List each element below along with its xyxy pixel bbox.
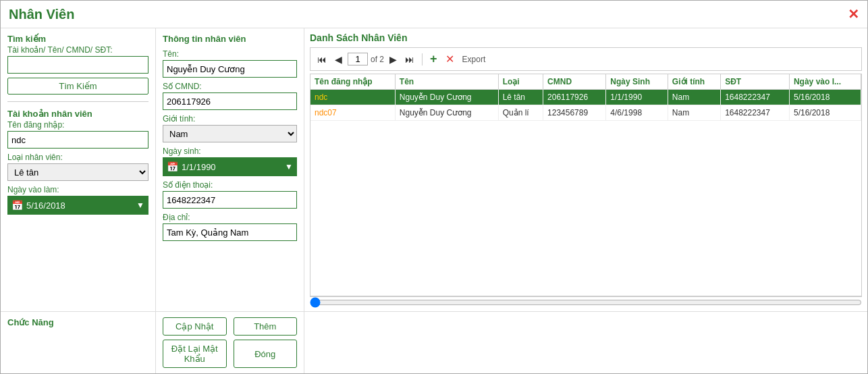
name-label: Tên: xyxy=(163,49,297,59)
dob-label: Ngày sinh: xyxy=(163,146,297,156)
employee-table: Tên đăng nhập Tên Loại CMND Ngày Sinh Gi… xyxy=(310,74,861,121)
table-cell: 123456789 xyxy=(543,105,606,121)
calendar-icon: 📅 xyxy=(11,200,23,211)
main-window: Nhân Viên ✕ Tìm kiếm Tài khoản/ Tên/ CMN… xyxy=(0,0,868,374)
table-cell: 4/6/1998 xyxy=(606,105,668,121)
table-cell: 5/16/2018 xyxy=(789,105,861,121)
toolbar-separator xyxy=(422,53,423,65)
col-header-username: Tên đăng nhập xyxy=(310,74,395,90)
horizontal-scrollbar[interactable] xyxy=(310,296,862,307)
dob-value: 1/1/1990 xyxy=(182,162,281,172)
col-header-type: Loại xyxy=(498,74,543,90)
table-cell: 1648222347 xyxy=(721,90,790,105)
last-page-button[interactable]: ⏭ xyxy=(402,53,417,66)
table-cell: Lê tân xyxy=(498,90,543,105)
chuc-nang-section: Chức Năng xyxy=(1,312,156,373)
dob-picker[interactable]: 📅 1/1/1990 ▼ xyxy=(163,157,297,176)
start-date-value: 5/16/2018 xyxy=(26,201,133,211)
table-cell: 5/16/2018 xyxy=(789,90,861,105)
table-header-row: Tên đăng nhập Tên Loại CMND Ngày Sinh Gi… xyxy=(310,74,861,90)
add-record-button[interactable]: + xyxy=(427,51,440,68)
first-page-button[interactable]: ⏮ xyxy=(315,53,329,66)
dob-calendar-icon: 📅 xyxy=(167,161,178,172)
cmnd-input[interactable] xyxy=(163,92,297,110)
employee-type-select[interactable]: Lê tân Quản lí xyxy=(7,163,148,181)
table-cell: ndc07 xyxy=(310,105,395,121)
cap-nhat-button[interactable]: Cập Nhật xyxy=(163,317,227,336)
username-input[interactable] xyxy=(7,131,148,149)
table-cell: Nguyễn Duy Cương xyxy=(395,90,498,105)
col-header-name: Tên xyxy=(395,74,498,90)
table-cell: Quản lí xyxy=(498,105,543,121)
window-title: Nhân Viên xyxy=(9,7,74,22)
delete-record-button[interactable]: ✕ xyxy=(443,51,457,67)
phone-label: Số điện thoại: xyxy=(163,180,297,190)
col-header-phone: SĐT xyxy=(721,74,790,90)
start-date-picker[interactable]: 📅 5/16/2018 ▼ xyxy=(7,196,148,215)
next-page-button[interactable]: ▶ xyxy=(387,53,400,66)
close-button[interactable]: ✕ xyxy=(848,6,859,22)
employee-table-wrapper: Tên đăng nhập Tên Loại CMND Ngày Sinh Gi… xyxy=(310,74,862,296)
btn-row-1: Cập Nhật Thêm xyxy=(163,317,297,336)
page-of-label: of 2 xyxy=(371,55,384,64)
dat-lai-button[interactable]: Đặt Lại Mật Khẩu xyxy=(163,340,227,368)
start-date-label: Ngày vào làm: xyxy=(7,185,148,194)
search-input[interactable] xyxy=(7,56,148,74)
bottom-bar: Chức Năng Cập Nhật Thêm Đặt Lại Mật Khẩu… xyxy=(1,311,867,373)
table-row[interactable]: ndcNguyễn Duy CươngLê tân2061179261/1/19… xyxy=(310,90,861,105)
phone-input[interactable] xyxy=(163,191,297,209)
username-label: Tên đăng nhập: xyxy=(7,120,148,130)
dong-button[interactable]: Đóng xyxy=(234,340,298,368)
search-button[interactable]: Tìm Kiếm xyxy=(7,78,148,95)
action-buttons-mid: Cập Nhật Thêm Đặt Lại Mật Khẩu Đóng xyxy=(156,312,304,373)
table-cell: 1648222347 xyxy=(721,105,790,121)
table-body: ndcNguyễn Duy CươngLê tân2061179261/1/19… xyxy=(310,90,861,121)
start-date-chevron-icon: ▼ xyxy=(136,201,144,210)
table-cell: ndc xyxy=(310,90,395,105)
dob-chevron-icon: ▼ xyxy=(285,162,293,171)
them-button[interactable]: Thêm xyxy=(234,317,298,336)
prev-page-button[interactable]: ◀ xyxy=(332,53,345,66)
col-header-startdate: Ngày vào l... xyxy=(789,74,861,90)
right-panel-title: Danh Sách Nhân Viên xyxy=(310,32,862,43)
col-header-cmnd: CMND xyxy=(543,74,606,90)
account-section-label: Tài khoản nhân viên xyxy=(7,109,148,119)
chuc-nang-label: Chức Năng xyxy=(7,317,148,327)
table-toolbar: ⏮ ◀ of 2 ▶ ⏭ + ✕ Export xyxy=(310,47,862,71)
right-panel: Danh Sách Nhân Viên ⏮ ◀ of 2 ▶ ⏭ + ✕ Exp… xyxy=(304,28,867,311)
cmnd-label: Số CMND: xyxy=(163,82,297,91)
employee-type-label: Loại nhân viên: xyxy=(7,153,148,162)
search-section-label: Tìm kiếm xyxy=(7,34,148,44)
mid-panel: Thông tin nhân viên Tên: Số CMND: Giới t… xyxy=(156,28,304,311)
right-bottom-spacer xyxy=(304,312,867,373)
btn-row-2: Đặt Lại Mật Khẩu Đóng xyxy=(163,340,297,368)
gender-select[interactable]: Nam Nữ xyxy=(163,125,297,142)
table-cell: 206117926 xyxy=(543,90,606,105)
export-button[interactable]: Export xyxy=(460,53,489,65)
left-panel: Tìm kiếm Tài khoản/ Tên/ CMND/ SĐT: Tìm … xyxy=(1,28,156,311)
page-info: of 2 xyxy=(348,53,384,65)
search-field-label: Tài khoản/ Tên/ CMND/ SĐT: xyxy=(7,45,148,55)
table-cell: Nam xyxy=(668,105,720,121)
name-input[interactable] xyxy=(163,60,297,78)
page-input[interactable] xyxy=(348,53,368,65)
table-cell: 1/1/1990 xyxy=(606,90,668,105)
table-cell: Nguyễn Duy Cương xyxy=(395,105,498,121)
table-cell: Nam xyxy=(668,90,720,105)
address-label: Địa chỉ: xyxy=(163,213,297,222)
col-header-gender: Giới tính xyxy=(668,74,720,90)
address-input[interactable] xyxy=(163,223,297,241)
title-bar: Nhân Viên ✕ xyxy=(1,1,867,28)
h-scroll-input[interactable] xyxy=(310,298,862,306)
gender-label: Giới tính: xyxy=(163,114,297,124)
col-header-dob: Ngày Sinh xyxy=(606,74,668,90)
table-row[interactable]: ndc07Nguyễn Duy CươngQuản lí1234567894/6… xyxy=(310,105,861,121)
mid-section-label: Thông tin nhân viên xyxy=(163,34,297,44)
